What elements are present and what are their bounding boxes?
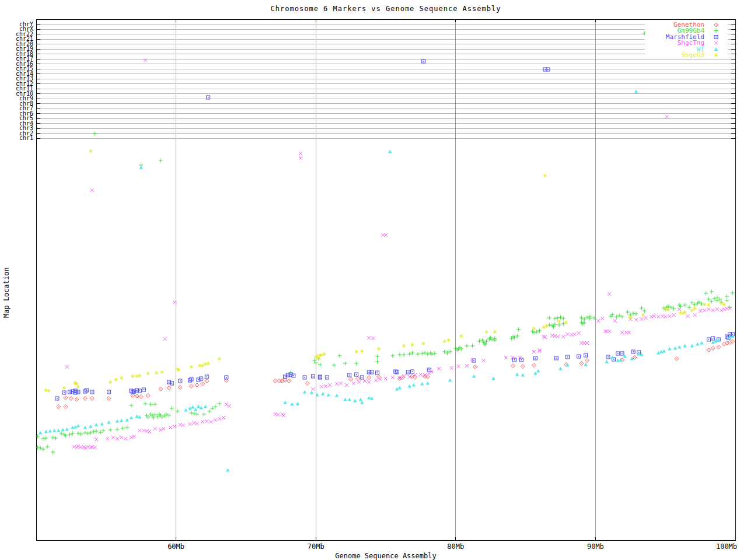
x-icon (704, 40, 728, 46)
series-Gm99Gb4 (36, 32, 735, 454)
series-ShgcTng (65, 58, 732, 450)
triangle-filled-icon (704, 46, 728, 52)
legend-entry-ShgcG3: ShgcG3 (645, 52, 728, 59)
series-ShgcG3 (44, 149, 726, 393)
legend-entry-ShgcTng: ShgcTng (645, 40, 728, 47)
legend: GenethonGm99Gb4MarshfieldShgcTngWIShgcG3 (645, 21, 728, 59)
series-Marshfield (55, 60, 734, 400)
x-tick-70Mb: 70Mb (308, 542, 324, 551)
chr-label-chr1: chr1 (0, 135, 33, 141)
diamond-open-icon (704, 22, 728, 28)
plot-area (0, 0, 747, 560)
x-axis-label: Genome Sequence Assembly (36, 552, 735, 560)
legend-label: ShgcG3 (681, 51, 704, 59)
plus-icon (704, 27, 728, 34)
square-dot-icon (704, 34, 728, 40)
asterisk-icon (704, 52, 728, 58)
x-tick-100Mb: 100Mb (716, 542, 737, 551)
x-tick-80Mb: 80Mb (447, 542, 464, 551)
x-tick-60Mb: 60Mb (167, 542, 184, 551)
x-tick-90Mb: 90Mb (587, 542, 604, 551)
chart-canvas: Chromosome 6 Markers vs Genome Sequence … (0, 0, 747, 560)
series-WI (39, 90, 734, 472)
plot-border (36, 19, 735, 540)
